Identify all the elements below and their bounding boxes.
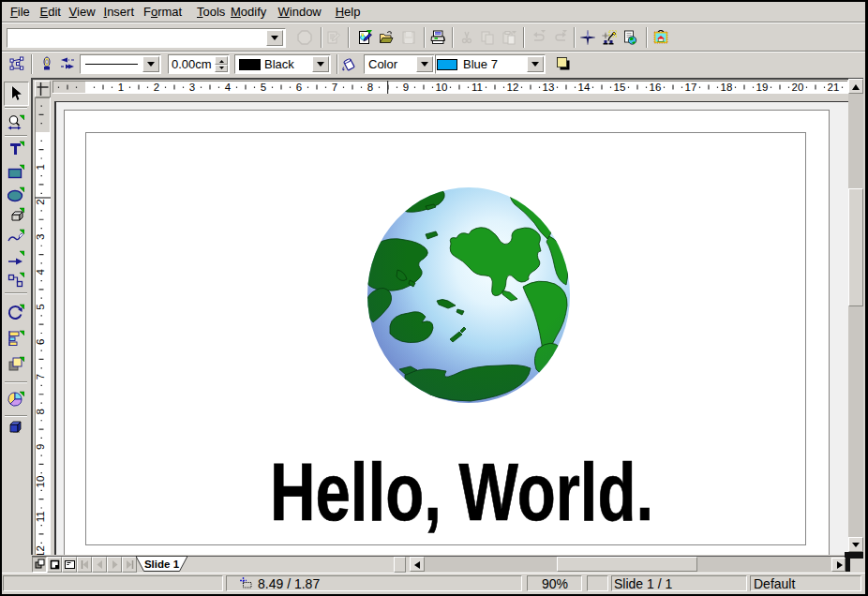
svg-text:10: 10 bbox=[35, 476, 46, 488]
svg-text:7: 7 bbox=[332, 82, 337, 93]
svg-text:11: 11 bbox=[35, 511, 46, 522]
svg-text:18: 18 bbox=[721, 82, 733, 93]
svg-text:15: 15 bbox=[614, 82, 626, 93]
svg-text:14: 14 bbox=[578, 82, 591, 93]
svg-text:9: 9 bbox=[403, 82, 409, 93]
svg-text:2: 2 bbox=[154, 82, 159, 93]
svg-text:Slide 1: Slide 1 bbox=[144, 559, 180, 570]
svg-text:1: 1 bbox=[35, 164, 46, 170]
svg-text:9: 9 bbox=[35, 443, 46, 449]
svg-text:21: 21 bbox=[828, 82, 840, 93]
svg-text:2: 2 bbox=[35, 199, 46, 204]
svg-text:6: 6 bbox=[35, 339, 46, 345]
svg-text:13: 13 bbox=[543, 82, 555, 93]
svg-text:5: 5 bbox=[35, 304, 46, 309]
svg-text:3: 3 bbox=[189, 82, 195, 93]
svg-text:11: 11 bbox=[471, 82, 483, 93]
svg-text:8: 8 bbox=[35, 409, 46, 414]
svg-text:20: 20 bbox=[792, 82, 804, 93]
svg-text:6: 6 bbox=[296, 82, 302, 93]
svg-text:7: 7 bbox=[35, 374, 46, 380]
svg-text:4: 4 bbox=[35, 268, 46, 275]
svg-text:17: 17 bbox=[685, 82, 697, 93]
svg-text:8: 8 bbox=[367, 82, 373, 93]
svg-text:5: 5 bbox=[261, 82, 266, 93]
svg-text:1: 1 bbox=[118, 82, 124, 93]
svg-text:16: 16 bbox=[650, 82, 662, 93]
svg-text:12: 12 bbox=[507, 82, 519, 93]
svg-text:12: 12 bbox=[35, 545, 46, 555]
svg-text:4: 4 bbox=[225, 82, 232, 93]
svg-text:19: 19 bbox=[756, 82, 769, 93]
svg-text:3: 3 bbox=[35, 234, 46, 240]
svg-text:10: 10 bbox=[436, 82, 448, 93]
